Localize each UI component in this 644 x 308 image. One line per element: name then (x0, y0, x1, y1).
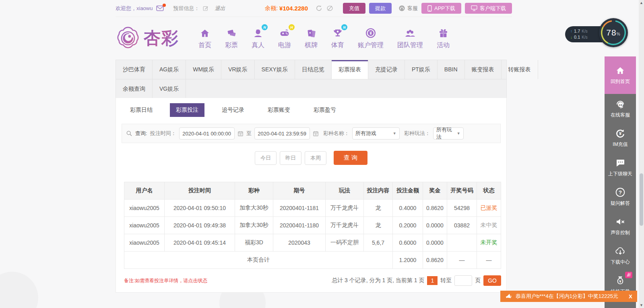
date-from-input[interactable] (179, 127, 235, 139)
sidebar-item-sound[interactable]: 声音控制 (605, 212, 636, 241)
home-icon (615, 65, 625, 76)
subtab-chase-records[interactable]: 追号记录 (216, 103, 250, 117)
subtab-lottery-bets[interactable]: 彩票投注 (170, 103, 204, 117)
tab-vr[interactable]: VR娱乐 (221, 60, 254, 79)
percent-value: 78 (606, 28, 616, 37)
subtab-lottery-account-change[interactable]: 彩票账变 (262, 103, 296, 117)
tab-deposit-withdraw[interactable]: 充提记录 (368, 60, 405, 79)
mail-icon[interactable] (156, 5, 164, 11)
calendar-icon[interactable] (237, 131, 244, 137)
logout-link[interactable]: 退出 (215, 5, 225, 12)
col-bet-content: 投注内容 (364, 182, 393, 200)
svg-text:?: ? (619, 189, 622, 196)
tab-ag[interactable]: AG娱乐 (153, 60, 186, 79)
nav-item-activity[interactable]: 活动 (437, 27, 450, 50)
cell-username: xiaowu2005 (124, 217, 165, 234)
cell-play: 万千龙虎斗 (326, 200, 364, 217)
go-button[interactable]: GO (483, 275, 501, 286)
tab-pt[interactable]: PT娱乐 (405, 60, 438, 79)
status-link[interactable]: 未开奖 (477, 234, 501, 252)
app-download-button[interactable]: APP下载 (421, 3, 461, 14)
withdraw-button[interactable]: 提款 (369, 3, 392, 14)
cell-issue: 2020043 (273, 234, 326, 252)
game-select[interactable]: 所有游戏 ▼ (352, 127, 400, 139)
yesterday-button[interactable]: 昨日 (280, 151, 301, 165)
sidebar-item-chat[interactable]: 上下级聊天 (605, 153, 636, 182)
play-select[interactable]: 所有玩法 ▼ (433, 127, 464, 139)
cards-icon (306, 27, 316, 38)
topbar: 欢迎您，xiaowu 预留信息： 退出 余额: ¥104.2280 充值 提款 … (116, 0, 512, 17)
calendar-icon[interactable] (313, 131, 319, 137)
nav-item-sports[interactable]: N 体育 (331, 27, 344, 50)
scrollbar[interactable]: ▲ ▼ (639, 0, 644, 308)
query-button[interactable]: 查 询 (334, 151, 367, 165)
note-text: 备注:如需查看投注单详情，请点击状态 (124, 277, 207, 284)
cell-bet-amount: 0.6000 (393, 234, 423, 252)
sidebar-item-back-home[interactable]: 回到首页 (605, 56, 636, 94)
nav-item-home[interactable]: 首页 (198, 27, 211, 50)
scroll-down-arrow[interactable]: ▼ (639, 302, 644, 308)
col-lottery: 彩种 (235, 182, 273, 200)
cell-bet-content: 龙 (364, 200, 393, 217)
today-button[interactable]: 今日 (255, 151, 277, 165)
nav-item-account[interactable]: ¥ 账户管理 (358, 27, 384, 50)
edit-icon[interactable] (203, 6, 208, 11)
status-link[interactable]: 未中奖 (477, 217, 501, 234)
nav-item-live[interactable]: N 真人 (252, 27, 264, 50)
cell-prize: 0.8620 (423, 200, 447, 217)
cloud-download-icon (615, 246, 626, 256)
chevron-down-icon: ▼ (393, 131, 396, 135)
tab-lottery-report[interactable]: 彩票报表 (332, 60, 368, 79)
report-panel: 彩票日结 彩票投注 追号记录 彩票账变 彩票盈亏 查询: 投注时间： 至 彩种名… (116, 98, 507, 293)
cell-draw-numbers (447, 234, 477, 252)
scroll-up-arrow[interactable]: ▲ (639, 0, 644, 6)
tab-transfer-report[interactable]: 转账报表 (502, 60, 538, 79)
goto-page-input[interactable] (454, 275, 472, 286)
cell-bet-amount: 0.4000 (393, 200, 423, 217)
tab-vg[interactable]: VG娱乐 (153, 79, 186, 98)
date-to-input[interactable] (254, 127, 310, 139)
sidebar-item-im-recharge[interactable]: ¥ IM充值 (605, 123, 636, 153)
sidebar-item-faq[interactable]: ? 疑问解答 (605, 182, 636, 212)
subtab-lottery-daily[interactable]: 彩票日结 (124, 103, 159, 117)
col-bet-amount: 投注金额 (393, 182, 423, 200)
tab-sexy[interactable]: SEXY娱乐 (255, 60, 295, 79)
this-week-button[interactable]: 本周 (305, 151, 326, 165)
nav-item-cards[interactable]: 棋牌 (305, 27, 318, 50)
nav-item-games[interactable]: H 电游 (278, 27, 291, 50)
download-speed: 0.1 (574, 35, 580, 40)
upload-arrow-icon: ↑ (570, 29, 572, 34)
brand-logo[interactable]: 杏彩 (116, 26, 179, 51)
winner-notification: 恭喜用户b***4在【河内1分彩】中奖12225元 X (500, 291, 637, 302)
customer-service-link[interactable]: 客服 (398, 5, 418, 12)
page-1-button[interactable]: 1 (427, 276, 438, 285)
tab-shaba-sports[interactable]: 沙巴体育 (116, 60, 153, 79)
svg-text:¥: ¥ (369, 31, 372, 35)
tab-bbin[interactable]: BBIN (438, 60, 465, 79)
sidebar-item-online-service[interactable]: 24 在线客服 (605, 94, 636, 123)
phone-icon (427, 5, 432, 12)
scrollbar-thumb[interactable] (640, 173, 643, 226)
recharge-button[interactable]: 充值 (343, 3, 365, 14)
status-link[interactable]: 已派奖 (477, 200, 501, 217)
tickets-icon (226, 27, 237, 38)
tab-account-change[interactable]: 账变报表 (465, 60, 502, 79)
home-icon (200, 27, 210, 38)
nav-item-team[interactable]: 团队管理 (397, 27, 423, 50)
tab-balance-query[interactable]: 余额查询 (116, 79, 153, 98)
sidebar-item-download-center[interactable]: 下载中心 (605, 241, 636, 271)
subtab-lottery-profit[interactable]: 彩票盈亏 (308, 103, 342, 117)
table-row: xiaowu2005 2020-04-01 09:50:10 加拿大30秒 20… (124, 200, 501, 217)
gift-icon (438, 27, 448, 38)
client-download-button[interactable]: 客户端下载 (465, 3, 512, 14)
cell-bet-time: 2020-04-01 09:49:38 (165, 217, 235, 234)
sidebar-item-label: 上下级聊天 (608, 171, 632, 177)
live-dealer-icon: N (253, 27, 263, 38)
tab-wm[interactable]: WM娱乐 (186, 60, 221, 79)
nav-item-lottery[interactable]: 彩票 (225, 27, 238, 50)
hide-balance-icon[interactable] (326, 5, 334, 12)
memory-percent-gauge[interactable]: 78% (599, 18, 628, 47)
close-icon[interactable]: X (629, 293, 632, 300)
tab-daily-summary[interactable]: 日结总览 (295, 60, 332, 79)
refresh-balance-icon[interactable] (316, 5, 322, 12)
